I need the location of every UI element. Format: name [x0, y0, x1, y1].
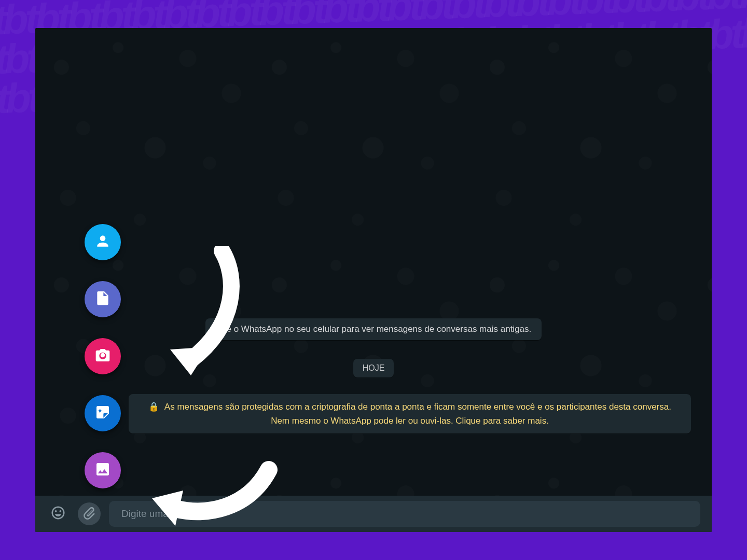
emoji-icon [50, 505, 66, 523]
attach-button[interactable] [78, 502, 101, 525]
emoji-button[interactable] [47, 502, 70, 525]
whatsapp-chat-window: Use o WhatsApp no seu celular para ver m… [35, 28, 712, 532]
date-separator: HOJE [353, 359, 394, 377]
camera-icon [94, 347, 111, 366]
paperclip-icon [81, 505, 97, 523]
attach-camera-button[interactable] [85, 338, 121, 374]
chat-message-area: Use o WhatsApp no seu celular para ver m… [35, 28, 712, 532]
image-icon [94, 461, 111, 480]
attach-gallery-button[interactable] [85, 452, 121, 488]
person-icon [94, 233, 111, 251]
message-composer: Digite uma mensagem [35, 496, 712, 532]
attachment-menu [85, 224, 121, 488]
attach-contact-button[interactable] [85, 224, 121, 260]
message-input[interactable]: Digite uma mensagem [109, 501, 700, 527]
history-notice-pill: Use o WhatsApp no seu celular para ver m… [205, 318, 542, 340]
lock-icon: 🔒 [148, 402, 159, 412]
encryption-notice[interactable]: 🔒 As mensagens são protegidas com a crip… [129, 394, 691, 433]
document-icon [94, 290, 111, 309]
attach-sticker-button[interactable] [85, 395, 121, 431]
encryption-notice-text: As mensagens são protegidas com a cripto… [164, 402, 671, 426]
attach-document-button[interactable] [85, 281, 121, 317]
sticker-icon [94, 404, 111, 423]
